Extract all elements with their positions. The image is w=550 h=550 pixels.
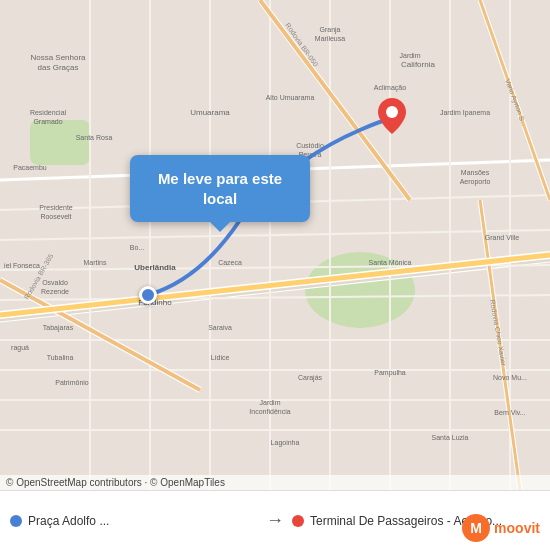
svg-text:Martins: Martins [84,259,107,266]
svg-text:Santa Luzia: Santa Luzia [432,434,469,441]
route-arrow-icon: → [258,510,292,531]
map-container: Nossa Senhora das Graças Residencial Gra… [0,0,550,490]
svg-text:Carajás: Carajás [298,374,323,382]
copyright-bar: © OpenStreetMap contributors · © OpenMap… [0,475,550,490]
svg-text:Grand Ville: Grand Ville [485,234,520,241]
svg-text:Jardim Ipanema: Jardim Ipanema [440,109,490,117]
svg-text:raguá: raguá [11,344,29,352]
svg-rect-0 [0,0,550,490]
svg-text:Uberlândia: Uberlândia [134,263,176,272]
svg-text:Gramado: Gramado [33,118,62,125]
svg-text:Roosevelt: Roosevelt [40,213,71,220]
svg-text:Jardim: Jardim [399,52,420,59]
svg-text:iel Fonseca: iel Fonseca [4,262,40,269]
origin-endpoint: Praça Adolfo ... [10,514,258,528]
svg-text:Pampulha: Pampulha [374,369,406,377]
moovit-logo: M moovit [462,514,540,542]
bottom-bar: Praça Adolfo ... → Terminal De Passageir… [0,490,550,550]
svg-point-81 [386,106,398,118]
callout-text: Me leve para este local [158,170,282,207]
svg-text:Lagoinha: Lagoinha [271,439,300,447]
svg-text:Tabajaras: Tabajaras [43,324,74,332]
svg-text:Rezende: Rezende [41,288,69,295]
svg-text:Alto Umuarama: Alto Umuarama [266,94,315,101]
svg-text:Patrimônio: Patrimônio [55,379,89,386]
svg-text:Jardim: Jardim [259,399,280,406]
moovit-name: moovit [494,520,540,536]
svg-text:Novo Mu...: Novo Mu... [493,374,527,381]
svg-text:Custódio: Custódio [296,142,324,149]
copyright-text: © OpenStreetMap contributors · © OpenMap… [6,477,225,488]
svg-text:Aeroporto: Aeroporto [460,178,491,186]
svg-text:Tubalina: Tubalina [47,354,74,361]
svg-text:Inconfidência: Inconfidência [249,408,290,415]
svg-text:Saraiva: Saraiva [208,324,232,331]
svg-text:Santa Rosa: Santa Rosa [76,134,113,141]
svg-text:Aclimação: Aclimação [374,84,406,92]
svg-text:Nossa Senhora: Nossa Senhora [30,53,86,62]
svg-text:Lídice: Lídice [211,354,230,361]
map-background: Nossa Senhora das Graças Residencial Gra… [0,0,550,490]
svg-text:Granja: Granja [319,26,340,34]
origin-dot [10,515,22,527]
destination-dot [292,515,304,527]
svg-text:Marileusa: Marileusa [315,35,345,42]
origin-label: Praça Adolfo ... [28,514,109,528]
svg-text:Osvaldo: Osvaldo [42,279,68,286]
svg-text:Presidente: Presidente [39,204,73,211]
svg-text:Residencial: Residencial [30,109,67,116]
svg-text:California: California [401,60,435,69]
navigation-callout[interactable]: Me leve para este local [130,155,310,222]
svg-text:Mansões: Mansões [461,169,490,176]
svg-text:Bo...: Bo... [130,244,144,251]
svg-text:Bem Viv...: Bem Viv... [494,409,525,416]
moovit-icon: M [462,514,490,542]
svg-text:das Graças: das Graças [38,63,79,72]
destination-marker [378,98,406,138]
origin-marker [139,286,157,304]
svg-text:Pacaembu: Pacaembu [13,164,47,171]
svg-text:Santa Mônica: Santa Mônica [369,259,412,266]
svg-text:Cazeca: Cazeca [218,259,242,266]
svg-text:Umuarama: Umuarama [190,108,230,117]
svg-rect-2 [30,120,90,165]
